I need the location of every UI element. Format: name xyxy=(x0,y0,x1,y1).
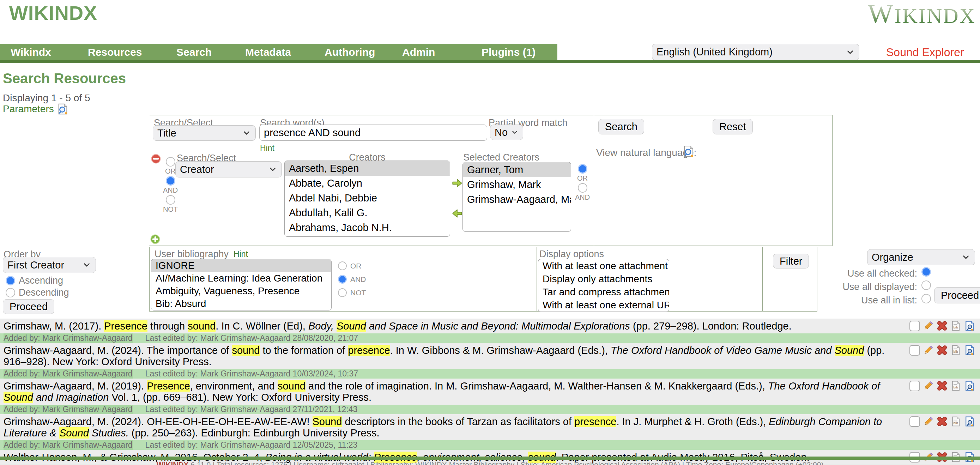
language-select[interactable]: English (United Kingdom) xyxy=(652,44,859,61)
display-option[interactable]: With at least one external URL xyxy=(538,298,669,312)
creators-listbox[interactable]: Aarseth, Espen Abbate, Carolyn Abdel Nab… xyxy=(284,161,450,237)
delete-x-icon[interactable] xyxy=(937,345,948,356)
selected-creators-listbox[interactable]: Garner, Tom Grimshaw, Mark Grimshaw-Aaga… xyxy=(463,162,571,232)
display-option[interactable]: Display only attachments xyxy=(538,272,669,285)
search-words-input[interactable] xyxy=(259,124,487,141)
chevron-down-icon xyxy=(82,260,91,269)
delete-x-icon[interactable] xyxy=(937,320,948,331)
bibliography-option[interactable]: IGNORE xyxy=(151,259,331,272)
creators-logic-or-radio[interactable] xyxy=(578,164,587,174)
field-select[interactable]: Title xyxy=(153,125,256,141)
field-logic-or-radio[interactable] xyxy=(166,157,175,167)
order-proceed-button[interactable]: Proceed xyxy=(3,299,54,314)
nav-item-metadata[interactable]: Metadata xyxy=(245,46,291,58)
delete-x-icon[interactable] xyxy=(937,416,948,427)
organize-value: Organize xyxy=(872,252,913,263)
organize-proceed-button[interactable]: Proceed xyxy=(934,287,980,303)
creators-option[interactable]: Aarseth, Espen xyxy=(285,161,450,176)
selected-creators-option[interactable]: Grimshaw-Aagaard, Mark xyxy=(463,192,571,207)
nav-item-authoring[interactable]: Authoring xyxy=(325,46,375,58)
view-resource-icon[interactable] xyxy=(964,320,975,331)
field-logic-not-radio[interactable] xyxy=(166,195,175,205)
order-by-select[interactable]: First Creator xyxy=(3,257,96,273)
creators-option[interactable]: Abbate, Carolyn xyxy=(285,176,450,191)
result-citation: Grimshaw-Aagaard, M. (2024). The importa… xyxy=(0,343,980,369)
bibliography-hint-link[interactable]: Hint xyxy=(234,250,248,259)
descending-radio[interactable] xyxy=(6,288,15,298)
display-option[interactable]: Tar and compress attachments xyxy=(538,285,669,298)
bibtex-export-icon[interactable] xyxy=(950,345,961,356)
page-title: Search Resources xyxy=(3,70,126,86)
result-checkbox[interactable] xyxy=(910,345,920,356)
delete-x-icon[interactable] xyxy=(937,380,948,391)
nav-item-admin[interactable]: Admin xyxy=(402,46,435,58)
chevron-down-icon xyxy=(846,48,855,57)
citation-text: Grimshaw-Aagaard, M. (2024). The importa… xyxy=(3,345,885,367)
add-field-icon[interactable] xyxy=(150,234,161,245)
field-logic-and-radio[interactable] xyxy=(166,176,175,186)
reset-button[interactable]: Reset xyxy=(713,119,753,134)
result-citation: Grimshaw-Aagaard, M. (2024). OH-EE-OH-EE… xyxy=(0,414,980,440)
edit-pencil-icon[interactable] xyxy=(923,380,934,391)
result-row: Grimshaw-Aagaard, M. (2024). The importa… xyxy=(0,343,980,379)
transfer-left-arrow-icon[interactable] xyxy=(452,208,463,219)
filter-button[interactable]: Filter xyxy=(773,254,809,269)
result-row: Grimshaw-Aagaard, M. (2024). OH-EE-OH-EE… xyxy=(0,414,980,450)
ascending-radio[interactable] xyxy=(6,276,15,285)
view-resource-icon[interactable] xyxy=(964,345,975,356)
creators-logic-and-radio[interactable] xyxy=(578,183,587,193)
result-checkbox[interactable] xyxy=(910,381,920,391)
view-resource-icon[interactable] xyxy=(964,380,975,391)
edit-pencil-icon[interactable] xyxy=(923,320,934,331)
user-bibliography-listbox[interactable]: IGNORE AI/Machine Learning: Idea Generat… xyxy=(151,259,332,311)
search-actions-panel: Search Reset View natural language: xyxy=(594,115,832,246)
bibliography-and-radio[interactable] xyxy=(338,275,347,283)
transfer-right-arrow-icon[interactable] xyxy=(452,177,463,189)
bibtex-export-icon[interactable] xyxy=(950,380,961,391)
creators-option[interactable]: Abdel Nabi, Debbie xyxy=(285,191,450,205)
descending-option: Descending xyxy=(6,287,69,298)
field-select2[interactable]: Creator xyxy=(175,161,282,177)
search-button[interactable]: Search xyxy=(598,119,644,134)
field-select2-value: Creator xyxy=(180,164,214,175)
display-option[interactable]: With at least one attachment xyxy=(538,259,669,272)
result-checkbox[interactable] xyxy=(910,321,920,331)
display-options-listbox[interactable]: With at least one attachment Display onl… xyxy=(538,259,669,312)
bibliography-option[interactable]: AI/Machine Learning: Idea Generation xyxy=(151,272,331,285)
wikindx-search-page: WIKINDX WIKINDX Wikindx Resources Search… xyxy=(0,0,980,465)
view-resource-icon[interactable] xyxy=(964,416,975,427)
use-all-displayed-radio[interactable] xyxy=(921,280,931,290)
bibliography-or-radio[interactable] xyxy=(338,261,347,270)
use-all-checked-radio[interactable] xyxy=(921,267,931,277)
bibliography-not-radio[interactable] xyxy=(338,288,347,297)
bibliography-option[interactable]: Ambiguity, Vagueness, Presence xyxy=(151,285,331,298)
use-all-displayed-label: Use all displayed: xyxy=(822,282,917,293)
use-all-in-list-radio[interactable] xyxy=(921,294,931,303)
view-natural-language-icon[interactable] xyxy=(682,145,695,158)
bibliography-option[interactable]: Bib: Absurd xyxy=(151,298,331,310)
last-edited: Last edited by: Mark Grimshaw-Aagaard 12… xyxy=(145,440,358,450)
partial-word-match-select[interactable]: No xyxy=(490,124,523,140)
footer-status-line: WIKINDX 6.11.0 | Total resources: 1275 |… xyxy=(0,460,980,465)
creators-option[interactable]: Abrahams, Jacob N.H. xyxy=(285,220,450,235)
creators-option[interactable]: Abdullah, Kalil G. xyxy=(285,205,450,220)
nav-item-resources[interactable]: Resources xyxy=(88,46,142,58)
added-by: Added by: Mark Grimshaw-Aagaard xyxy=(3,404,133,414)
edit-pencil-icon[interactable] xyxy=(923,416,934,427)
search-hint-link[interactable]: Hint xyxy=(260,143,274,153)
selected-creators-option[interactable]: Garner, Tom xyxy=(463,162,571,177)
selected-creators-option[interactable]: Grimshaw, Mark xyxy=(463,177,571,192)
result-checkbox[interactable] xyxy=(910,416,920,427)
user-bibliography-label: User bibliography xyxy=(154,249,229,260)
header-divider xyxy=(0,61,980,63)
nav-item-wikindx[interactable]: Wikindx xyxy=(11,46,51,58)
organize-select[interactable]: Organize xyxy=(867,249,975,265)
edit-pencil-icon[interactable] xyxy=(923,345,934,356)
nav-item-plugins[interactable]: Plugins (1) xyxy=(482,46,536,58)
bibtex-export-icon[interactable] xyxy=(950,416,961,427)
bibtex-export-icon[interactable] xyxy=(950,320,961,331)
creators-logic-radios: OR AND xyxy=(572,164,593,201)
parameters-link[interactable]: Parameters xyxy=(3,103,69,115)
added-by: Added by: Mark Grimshaw-Aagaard xyxy=(3,333,133,343)
nav-item-search[interactable]: Search xyxy=(177,46,212,58)
